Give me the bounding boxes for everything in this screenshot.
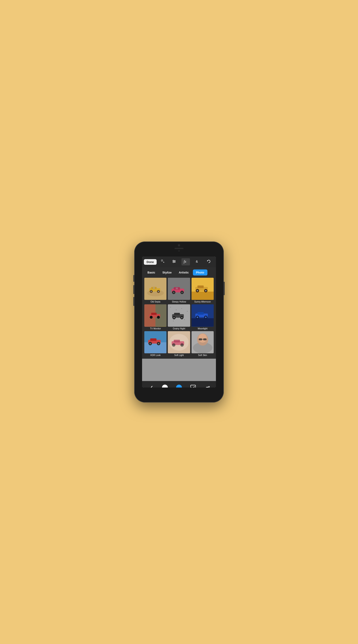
- sensor: [178, 250, 180, 251]
- front-camera: [178, 244, 180, 246]
- filter-label-sunny-afternoon: Sunny Afternoon: [194, 300, 211, 303]
- svg-rect-17: [153, 287, 155, 289]
- filter-label-hdr-look: HDR Look: [150, 354, 161, 356]
- filter-item-sleepy-hollow[interactable]: Sleepy Hollow: [168, 278, 190, 303]
- svg-point-41: [157, 316, 160, 319]
- color-tool[interactable]: Color: [173, 384, 185, 388]
- filter-thumb-hdr-look: [144, 331, 166, 353]
- svg-rect-87: [191, 385, 196, 388]
- filter-thumb-sunny-afternoon: [192, 278, 214, 300]
- undo-icon[interactable]: [205, 258, 212, 265]
- filter-item-grainy-night[interactable]: Grainy Night: [168, 304, 190, 330]
- svg-point-51: [176, 310, 176, 310]
- filter-thumb-old-sepia: [144, 278, 166, 300]
- svg-point-62: [196, 317, 198, 318]
- svg-point-5: [174, 261, 175, 262]
- brush-icon: [148, 386, 154, 388]
- top-toolbar: Done: [142, 256, 216, 267]
- svg-point-55: [184, 319, 185, 320]
- svg-rect-59: [197, 312, 204, 314]
- filter-thumb-sleepy-hollow: [168, 278, 190, 300]
- svg-rect-0: [161, 260, 163, 261]
- svg-point-49: [181, 317, 183, 319]
- svg-point-34: [205, 290, 207, 291]
- brush-mode-tool[interactable]: Brush: [159, 384, 171, 388]
- filter-thumb-tv-monitor: [144, 304, 166, 326]
- filter-thumb-soft-light: [168, 331, 190, 353]
- svg-text:&: &: [196, 260, 198, 263]
- svg-point-33: [196, 290, 198, 291]
- tab-photo[interactable]: Photo: [193, 270, 207, 276]
- layers-icon: [204, 386, 210, 388]
- svg-rect-82: [199, 338, 202, 340]
- filter-tabs: Basic Stylize Artistic Photo: [144, 270, 214, 276]
- filter-thumb-grainy-night: [168, 304, 190, 326]
- svg-point-71: [158, 343, 159, 344]
- svg-rect-65: [144, 342, 166, 353]
- svg-rect-75: [174, 340, 180, 342]
- filter-grid: Old Sepia: [144, 278, 214, 356]
- svg-point-40: [150, 316, 153, 319]
- bottom-toolbar: Brush Color Edge Aware: [142, 381, 216, 388]
- speaker: [175, 248, 183, 249]
- color-icon: [176, 384, 182, 388]
- filter-item-hdr-look[interactable]: HDR Look: [144, 331, 166, 356]
- svg-rect-39: [151, 313, 157, 315]
- svg-point-16: [158, 291, 159, 292]
- svg-point-76: [172, 343, 175, 346]
- filter-panel: Basic Stylize Artistic Photo: [142, 267, 216, 359]
- svg-point-81: [198, 334, 207, 342]
- svg-point-63: [205, 317, 207, 318]
- mute-button: [133, 275, 134, 282]
- tab-artistic[interactable]: Artistic: [176, 270, 192, 276]
- svg-point-48: [173, 317, 175, 319]
- selection-icon[interactable]: [159, 258, 167, 265]
- layers-tool[interactable]: [201, 386, 213, 388]
- svg-rect-57: [192, 318, 214, 326]
- volume-up-button: [133, 285, 134, 294]
- filter-item-soft-light[interactable]: Soft Light: [168, 331, 190, 356]
- filter-thumb-moonlight: [192, 304, 214, 326]
- phone-notch: [175, 244, 183, 251]
- svg-rect-26: [176, 288, 178, 289]
- svg-point-53: [187, 311, 187, 312]
- tab-stylize[interactable]: Stylize: [159, 270, 175, 276]
- svg-point-25: [181, 292, 183, 293]
- volume-down-button: [133, 297, 134, 306]
- svg-point-15: [151, 291, 152, 292]
- filter-label-moonlight: Moonlight: [198, 327, 207, 330]
- svg-line-85: [149, 386, 152, 388]
- svg-point-50: [171, 307, 171, 308]
- filter-item-soft-skin[interactable]: Soft Skin: [192, 331, 214, 356]
- svg-text:fx: fx: [184, 260, 186, 264]
- phone-frame: Done: [134, 242, 224, 402]
- filter-item-moonlight[interactable]: Moonlight: [192, 304, 214, 330]
- blend-icon[interactable]: &: [194, 258, 201, 265]
- filter-label-soft-skin: Soft Skin: [198, 354, 207, 356]
- brush-tool[interactable]: [145, 386, 157, 388]
- brush-mode-icon: [162, 384, 168, 388]
- toolbar-icons: fx &: [158, 258, 214, 266]
- edge-aware-tool[interactable]: Edge Aware: [187, 384, 199, 388]
- svg-point-24: [173, 292, 175, 293]
- filter-item-sunny-afternoon[interactable]: Sunny Afternoon: [192, 278, 214, 303]
- lower-gray-area: [142, 359, 216, 381]
- filter-label-soft-light: Soft Light: [174, 354, 184, 356]
- power-button: [224, 282, 225, 295]
- svg-point-52: [181, 308, 182, 309]
- svg-rect-67: [150, 338, 156, 341]
- filter-label-grainy-night: Grainy Night: [173, 327, 185, 330]
- svg-rect-28: [192, 292, 214, 300]
- fx-icon[interactable]: fx: [181, 258, 190, 266]
- filter-item-old-sepia[interactable]: Old Sepia: [144, 278, 166, 303]
- tab-basic[interactable]: Basic: [144, 270, 158, 276]
- done-button[interactable]: Done: [144, 259, 157, 265]
- svg-point-54: [173, 321, 174, 321]
- svg-rect-45: [174, 313, 180, 315]
- svg-rect-83: [203, 338, 207, 340]
- svg-point-77: [181, 343, 184, 346]
- filter-item-tv-monitor[interactable]: TV Monitor: [144, 304, 166, 330]
- adjustments-icon[interactable]: [170, 258, 178, 265]
- filter-label-sleepy-hollow: Sleepy Hollow: [172, 300, 186, 303]
- svg-point-6: [173, 262, 174, 263]
